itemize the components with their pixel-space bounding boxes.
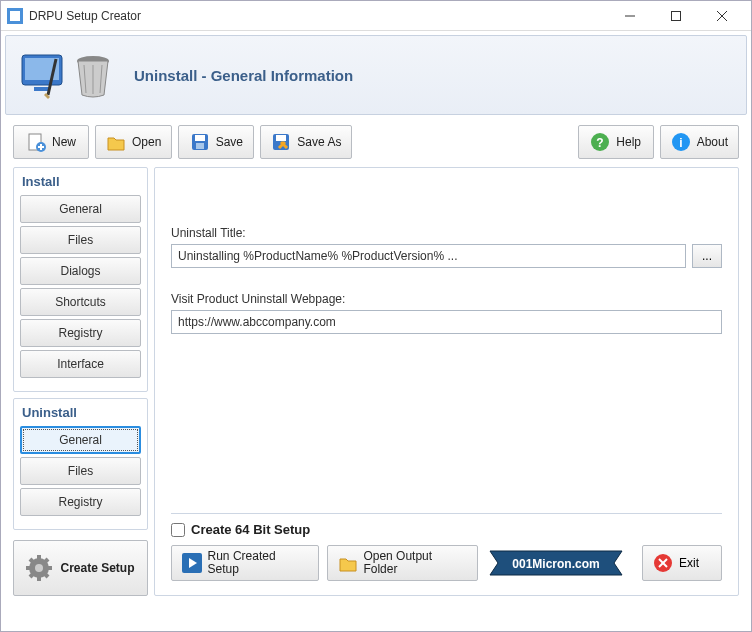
open-button[interactable]: Open [95,125,172,159]
save-icon [190,132,210,152]
create-64bit-checkbox[interactable] [171,523,185,537]
saveas-button[interactable]: Save As [260,125,352,159]
svg-point-29 [35,564,43,572]
webpage-block: Visit Product Uninstall Webpage: [171,292,722,334]
bottom-bar: Create 64 Bit Setup Run Created Setup Op… [171,513,722,581]
svg-text:?: ? [597,136,604,150]
sidebar-install-dialogs[interactable]: Dialogs [20,257,141,285]
webpage-input[interactable] [171,310,722,334]
titlebar: DRPU Setup Creator [1,1,751,31]
svg-rect-20 [195,135,205,141]
uninstall-title-block: Uninstall Title: ... [171,226,722,268]
open-output-folder-button[interactable]: Open Output Folder [327,545,478,581]
saveas-label: Save As [297,135,341,149]
sidebar-install-interface[interactable]: Interface [20,350,141,378]
sidebar-install-registry[interactable]: Registry [20,319,141,347]
header-banner: Uninstall - General Information [5,35,747,115]
watermark: 001Micron.com [486,547,626,579]
about-icon: i [671,132,691,152]
saveas-icon [271,132,291,152]
banner-icons [20,51,114,99]
folder-label: Open Output Folder [363,549,432,576]
help-icon: ? [590,132,610,152]
trash-icon [72,51,114,99]
run-label: Run Created Setup [208,549,276,576]
svg-rect-23 [276,135,286,141]
svg-text:001Micron.com: 001Micron.com [512,557,599,571]
exit-label: Exit [679,556,699,570]
about-button[interactable]: i About [660,125,739,159]
new-button[interactable]: New [13,125,89,159]
sidebar: Install General Files Dialogs Shortcuts … [13,167,148,596]
open-label: Open [132,135,161,149]
svg-text:i: i [679,136,682,150]
svg-rect-21 [196,143,204,149]
open-icon [106,132,126,152]
minimize-button[interactable] [607,2,653,30]
help-label: Help [616,135,641,149]
uninstall-title-input[interactable] [171,244,686,268]
uninstall-title-label: Uninstall Title: [171,226,722,240]
window-title: DRPU Setup Creator [29,9,607,23]
play-icon [182,553,202,573]
webpage-label: Visit Product Uninstall Webpage: [171,292,722,306]
toolbar: New Open Save Save As ? Help i About [1,119,751,167]
svg-line-36 [44,559,48,563]
folder-icon [338,553,358,573]
exit-icon [653,553,673,573]
new-label: New [52,135,76,149]
sidebar-uninstall-files[interactable]: Files [20,457,141,485]
sidebar-uninstall-general[interactable]: General [20,426,141,454]
about-label: About [697,135,728,149]
sidebar-uninstall-registry[interactable]: Registry [20,488,141,516]
save-label: Save [216,135,243,149]
main-area: Install General Files Dialogs Shortcuts … [1,167,751,606]
uninstall-group-title: Uninstall [20,405,141,420]
install-group: Install General Files Dialogs Shortcuts … [13,167,148,392]
gear-icon [26,555,52,581]
banner-title: Uninstall - General Information [134,67,353,84]
sidebar-install-general[interactable]: General [20,195,141,223]
svg-rect-1 [10,11,20,21]
app-icon [7,8,23,24]
install-group-title: Install [20,174,141,189]
svg-line-35 [44,573,48,577]
save-button[interactable]: Save [178,125,254,159]
uninstall-title-browse[interactable]: ... [692,244,722,268]
uninstall-group: Uninstall General Files Registry [13,398,148,530]
sidebar-install-shortcuts[interactable]: Shortcuts [20,288,141,316]
svg-line-37 [30,573,34,577]
run-created-setup-button[interactable]: Run Created Setup [171,545,319,581]
exit-button[interactable]: Exit [642,545,722,581]
create-setup-button[interactable]: Create Setup [13,540,148,596]
maximize-button[interactable] [653,2,699,30]
svg-rect-3 [672,11,681,20]
content-panel: Uninstall Title: ... Visit Product Unins… [154,167,739,596]
svg-line-34 [30,559,34,563]
monitor-icon [20,51,68,99]
create-setup-label: Create Setup [60,560,134,575]
sidebar-install-files[interactable]: Files [20,226,141,254]
create-64bit-label: Create 64 Bit Setup [191,522,310,537]
close-button[interactable] [699,2,745,30]
help-button[interactable]: ? Help [578,125,654,159]
new-icon [26,132,46,152]
